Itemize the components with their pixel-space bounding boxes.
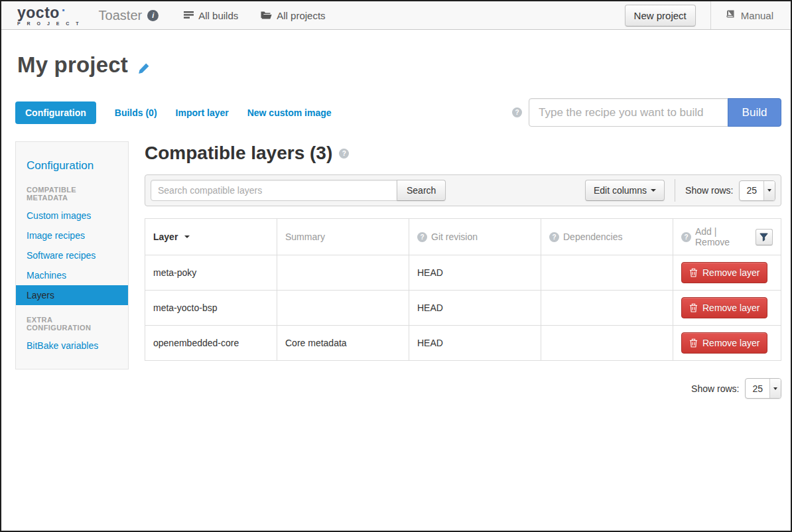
show-rows-label: Show rows: <box>691 383 739 394</box>
sidebar-item[interactable]: Software recipes <box>16 245 128 265</box>
nav-all-builds[interactable]: All builds <box>184 10 238 21</box>
sidebar-section-1: Custom imagesImage recipesSoftware recip… <box>16 206 128 305</box>
remove-layer-button[interactable]: Remove layer <box>681 262 767 283</box>
tab-new-custom-image[interactable]: New custom image <box>247 107 332 118</box>
sidebar-item[interactable]: BitBake variables <box>16 336 128 356</box>
show-rows-value: 25 <box>746 379 769 398</box>
remove-layer-button[interactable]: Remove layer <box>681 297 767 318</box>
cell-action: Remove layer <box>673 291 781 326</box>
help-icon[interactable]: ? <box>549 232 559 242</box>
tab-import-layer[interactable]: Import layer <box>176 107 229 118</box>
help-icon[interactable]: ? <box>512 107 522 117</box>
column-header-git-revision: ? Git revision <box>409 219 541 255</box>
chevron-down-icon <box>773 387 777 390</box>
build-button[interactable]: Build <box>728 98 781 127</box>
sidebar-title-configuration[interactable]: Configuration <box>16 151 128 175</box>
compatible-layers-heading: Compatible layers (3) <box>145 143 332 164</box>
top-navbar: yocto · P R O J E C T Toaster i All buil… <box>1 1 791 30</box>
main-panel: Compatible layers (3) ? Search Edit colu… <box>145 141 781 399</box>
chevron-down-icon <box>767 189 771 192</box>
cell-action: Remove layer <box>673 255 781 291</box>
help-icon[interactable]: ? <box>339 149 349 159</box>
funnel-icon <box>759 233 768 241</box>
trash-icon <box>689 268 698 277</box>
logo-text: yocto <box>17 5 60 21</box>
nav-all-projects[interactable]: All projects <box>261 10 325 21</box>
cell-git-revision: HEAD <box>409 291 541 326</box>
help-icon[interactable]: ? <box>417 232 427 242</box>
show-rows-select[interactable]: 25 <box>739 180 775 201</box>
tab-configuration[interactable]: Configuration <box>15 101 96 124</box>
sidebar-item[interactable]: Layers <box>16 285 128 305</box>
app-window: yocto · P R O J E C T Toaster i All buil… <box>0 0 792 532</box>
remove-layer-label: Remove layer <box>702 302 759 313</box>
trash-icon <box>689 338 698 348</box>
edit-pencil-icon[interactable] <box>137 62 150 75</box>
search-layers-input[interactable] <box>151 180 397 201</box>
column-header-layer[interactable]: Layer <box>145 219 277 255</box>
table-body: meta-poky HEAD Remove layer <box>145 255 781 361</box>
folder-open-icon <box>261 10 272 21</box>
column-header-summary: Summary <box>277 219 409 255</box>
project-tabs: Configuration Builds (0) Import layer Ne… <box>15 98 781 127</box>
logo-dot: · <box>62 5 66 15</box>
app-name-block: Toaster i <box>99 1 159 29</box>
table-toolbar: Search Edit columns Show rows: 25 <box>145 174 781 206</box>
sidebar-heading-extra-configuration: EXTRA CONFIGURATION <box>16 305 128 336</box>
table-row: meta-poky HEAD Remove layer <box>145 255 781 291</box>
table-row: openembedded-core Core metadata HEAD Rem… <box>145 326 781 361</box>
remove-layer-button[interactable]: Remove layer <box>681 332 767 354</box>
sidebar-item[interactable]: Image recipes <box>16 226 128 245</box>
trash-icon <box>689 303 698 312</box>
sidebar-heading-compatible-metadata: COMPATIBLE METADATA <box>16 175 128 206</box>
cell-layer: meta-yocto-bsp <box>145 291 277 326</box>
page-title: My project <box>17 52 128 78</box>
new-project-button[interactable]: New project <box>625 5 696 27</box>
manual-label: Manual <box>741 10 773 21</box>
sidebar-item[interactable]: Machines <box>16 265 128 285</box>
remove-layer-label: Remove layer <box>702 267 759 278</box>
help-icon[interactable]: ? <box>681 232 691 242</box>
cell-git-revision: HEAD <box>409 326 541 361</box>
cell-layer: openembedded-core <box>145 326 277 361</box>
cell-dependencies <box>541 326 673 361</box>
column-header-add-remove: ? Add | Remove <box>673 219 781 255</box>
recipe-build-input[interactable] <box>529 98 728 127</box>
nav-all-projects-label: All projects <box>277 10 325 21</box>
cell-summary: Core metadata <box>277 326 409 361</box>
navbar-links: All builds All projects <box>184 1 325 29</box>
column-header-dependencies: ? Dependencies <box>541 219 673 255</box>
cell-action: Remove layer <box>673 326 781 361</box>
sidebar-item[interactable]: Custom images <box>16 206 128 226</box>
remove-layer-label: Remove layer <box>702 338 759 348</box>
table-row: meta-yocto-bsp HEAD Remove layer <box>145 291 781 326</box>
table-footer: Show rows: 25 <box>145 378 781 399</box>
yocto-logo[interactable]: yocto · P R O J E C T <box>17 1 82 29</box>
nav-all-builds-label: All builds <box>198 10 238 21</box>
build-recipe-form: ? Build <box>512 98 781 127</box>
show-rows-select-footer[interactable]: 25 <box>745 378 781 399</box>
page-container: My project Configuration Builds (0) Impo… <box>1 52 791 399</box>
info-icon[interactable]: i <box>147 10 159 21</box>
search-button[interactable]: Search <box>397 180 446 201</box>
show-rows-label: Show rows: <box>685 185 733 196</box>
book-icon <box>726 10 736 21</box>
app-name: Toaster <box>99 8 143 23</box>
list-icon <box>184 10 194 21</box>
table-header-row: Layer Summary ? Git revision <box>145 219 781 255</box>
cell-layer: meta-poky <box>145 255 277 291</box>
sort-caret-icon <box>184 235 190 238</box>
tab-builds[interactable]: Builds (0) <box>115 107 157 118</box>
content-row: Configuration COMPATIBLE METADATA Custom… <box>15 141 781 399</box>
page-title-row: My project <box>17 52 781 78</box>
sidebar-section-2: BitBake variables <box>16 336 128 356</box>
edit-columns-button[interactable]: Edit columns <box>585 180 665 201</box>
manual-link[interactable]: Manual <box>710 1 791 29</box>
cell-dependencies <box>541 291 673 326</box>
toolbar-divider <box>675 179 675 202</box>
filter-button[interactable] <box>756 229 773 245</box>
show-rows-value: 25 <box>740 181 763 200</box>
chevron-down-icon <box>651 189 656 192</box>
config-sidebar: Configuration COMPATIBLE METADATA Custom… <box>15 141 129 369</box>
edit-columns-label: Edit columns <box>594 185 647 196</box>
